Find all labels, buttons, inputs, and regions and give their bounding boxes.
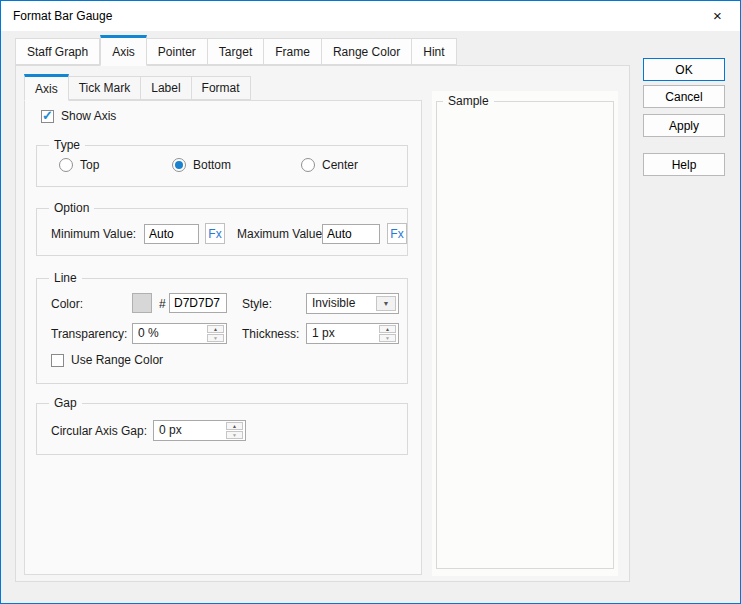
ok-button[interactable]: OK xyxy=(643,58,725,81)
type-group: Type Top Bottom Center xyxy=(36,145,408,187)
spin-up-icon[interactable]: ▲ xyxy=(379,325,396,333)
close-icon[interactable]: × xyxy=(695,1,740,30)
subtab-tick-mark[interactable]: Tick Mark xyxy=(69,76,142,100)
spin-buttons: ▲ ▼ xyxy=(207,325,224,342)
window-title: Format Bar Gauge xyxy=(1,9,112,23)
tab-range-color[interactable]: Range Color xyxy=(322,38,412,65)
axis-sub-tab-bar: Axis Tick Mark Label Format xyxy=(24,73,251,100)
axis-tab-page: Axis Tick Mark Label Format ✓ Show Axis … xyxy=(15,65,630,582)
sample-panel: Sample xyxy=(432,91,618,576)
radio-top-label: Top xyxy=(80,158,99,172)
circular-axis-gap-label: Circular Axis Gap: xyxy=(51,424,147,438)
apply-button[interactable]: Apply xyxy=(643,114,725,137)
dropdown-arrow-icon[interactable]: ▼ xyxy=(376,296,396,311)
radio-bottom-label: Bottom xyxy=(193,158,231,172)
subtab-axis[interactable]: Axis xyxy=(24,74,69,101)
format-bar-gauge-dialog: Format Bar Gauge × Staff Graph Axis Poin… xyxy=(0,0,741,604)
thickness-label: Thickness: xyxy=(242,327,299,341)
circular-axis-gap-spinner[interactable]: 0 px ▲ ▼ xyxy=(153,420,246,441)
style-dropdown-value: Invisible xyxy=(312,296,355,310)
color-swatch[interactable] xyxy=(132,293,152,313)
axis-sub-tab-page: ✓ Show Axis Type Top Bottom Center xyxy=(24,100,422,575)
tab-hint[interactable]: Hint xyxy=(412,38,456,65)
spin-down-icon[interactable]: ▼ xyxy=(207,334,224,342)
gap-group-label: Gap xyxy=(49,396,82,410)
radio-icon xyxy=(301,158,315,172)
style-label: Style: xyxy=(242,297,272,311)
type-radio-center[interactable]: Center xyxy=(301,158,358,172)
subtab-format[interactable]: Format xyxy=(192,76,251,100)
check-icon: ✓ xyxy=(42,108,53,123)
type-group-label: Type xyxy=(49,138,85,152)
spin-buttons: ▲ ▼ xyxy=(226,422,243,439)
circular-axis-gap-value: 0 px xyxy=(159,423,182,437)
gap-group: Gap Circular Axis Gap: 0 px ▲ ▼ xyxy=(36,403,408,455)
minimum-fx-button[interactable]: Fx xyxy=(205,223,225,244)
radio-icon xyxy=(59,158,73,172)
spin-up-icon[interactable]: ▲ xyxy=(226,422,243,430)
maximum-value-label: Maximum Value: xyxy=(237,227,325,241)
use-range-color-label: Use Range Color xyxy=(71,353,163,367)
titlebar: Format Bar Gauge × xyxy=(1,1,740,31)
show-axis-checkbox[interactable]: ✓ Show Axis xyxy=(41,109,116,123)
spin-down-icon[interactable]: ▼ xyxy=(226,431,243,439)
spin-buttons: ▲ ▼ xyxy=(379,325,396,342)
help-button[interactable]: Help xyxy=(643,153,725,176)
checkbox-box xyxy=(51,354,64,367)
maximum-fx-button[interactable]: Fx xyxy=(387,223,407,244)
type-radio-top[interactable]: Top xyxy=(59,158,99,172)
type-radio-bottom[interactable]: Bottom xyxy=(172,158,231,172)
radio-selected-icon xyxy=(172,158,186,172)
thickness-spinner[interactable]: 1 px ▲ ▼ xyxy=(306,323,399,344)
show-axis-label: Show Axis xyxy=(61,109,116,123)
checkbox-box: ✓ xyxy=(41,110,54,123)
transparency-label: Transparency: xyxy=(51,327,127,341)
transparency-spinner[interactable]: 0 % ▲ ▼ xyxy=(132,323,227,344)
minimum-value-input[interactable] xyxy=(144,224,199,244)
color-hex-input[interactable] xyxy=(169,293,227,313)
tab-axis[interactable]: Axis xyxy=(100,35,147,66)
main-tab-bar: Staff Graph Axis Pointer Target Frame Ra… xyxy=(15,34,457,65)
style-dropdown[interactable]: Invisible ▼ xyxy=(306,293,399,314)
sample-group-label: Sample xyxy=(443,94,494,108)
line-group: Line Color: # Style: Invisible ▼ Transpa… xyxy=(36,278,408,384)
option-group-label: Option xyxy=(49,201,94,215)
cancel-button[interactable]: Cancel xyxy=(643,85,725,108)
tab-staff-graph[interactable]: Staff Graph xyxy=(15,38,100,65)
use-range-color-checkbox[interactable]: Use Range Color xyxy=(51,353,163,367)
color-label: Color: xyxy=(51,297,83,311)
spin-up-icon[interactable]: ▲ xyxy=(207,325,224,333)
line-group-label: Line xyxy=(49,271,82,285)
maximum-value-input[interactable] xyxy=(322,224,380,244)
sample-group: Sample xyxy=(436,101,614,569)
option-group: Option Minimum Value: Fx Maximum Value: … xyxy=(36,208,408,256)
tab-target[interactable]: Target xyxy=(208,38,264,65)
tab-frame[interactable]: Frame xyxy=(264,38,322,65)
spin-down-icon[interactable]: ▼ xyxy=(379,334,396,342)
subtab-label[interactable]: Label xyxy=(141,76,191,100)
transparency-value: 0 % xyxy=(138,326,159,340)
radio-center-label: Center xyxy=(322,158,358,172)
minimum-value-label: Minimum Value: xyxy=(51,227,136,241)
tab-pointer[interactable]: Pointer xyxy=(147,38,208,65)
hash-sign: # xyxy=(159,297,166,311)
thickness-value: 1 px xyxy=(312,326,335,340)
